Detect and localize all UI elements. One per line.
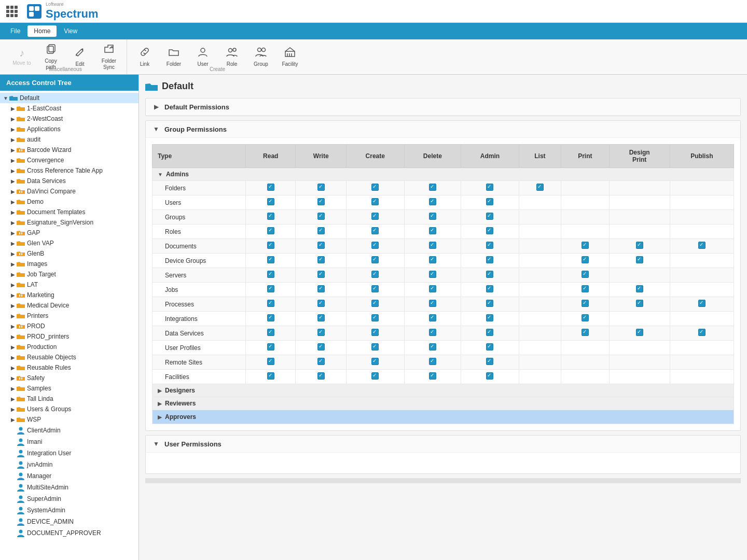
- toggle-medical-device[interactable]: ▶: [9, 302, 17, 309]
- table-row-admins-group[interactable]: ▼ Admins: [153, 168, 734, 181]
- create-group: Link Folder User Role Group: [127, 39, 308, 74]
- toggle-glen-vap[interactable]: ▶: [9, 240, 17, 247]
- default-permissions-header[interactable]: ▶ Default Permissions: [146, 99, 740, 116]
- sidebar-item-manager[interactable]: ▶ Manager: [0, 470, 139, 482]
- sidebar-item-glenb[interactable]: ▶ GlenB: [0, 248, 139, 259]
- menu-view[interactable]: View: [58, 25, 84, 37]
- toggle-reusable-rules[interactable]: ▶: [9, 364, 17, 371]
- table-row-approvers-group[interactable]: ▶ Approvers: [153, 410, 734, 424]
- toggle-job-target[interactable]: ▶: [9, 271, 17, 278]
- sidebar-item-jvnadmin[interactable]: ▶ jvnAdmin: [0, 459, 139, 470]
- toggle-samples[interactable]: ▶: [9, 385, 17, 392]
- groups-list: [519, 210, 561, 225]
- toggle-users-groups[interactable]: ▶: [9, 405, 17, 413]
- sidebar-item-users-groups[interactable]: ▶ Users & Groups: [0, 404, 139, 414]
- toggle-data-services[interactable]: ▶: [9, 177, 17, 185]
- sidebar-item-esignature[interactable]: ▶ Esignature_SignVersion: [0, 217, 139, 228]
- sidebar-item-wsp[interactable]: ▶ WSP: [0, 414, 139, 425]
- toggle-lat[interactable]: ▶: [9, 281, 17, 288]
- toggle-gap[interactable]: ▶: [9, 229, 17, 236]
- toggle-cross-ref[interactable]: ▶: [9, 167, 17, 174]
- toggle-prod[interactable]: ▶: [9, 323, 17, 330]
- rs-delete: [404, 355, 461, 370]
- toggle-doc-templates[interactable]: ▶: [9, 208, 17, 216]
- group-permissions-header[interactable]: ▼ Group Permissions: [146, 121, 740, 138]
- toggle-prod-printers[interactable]: ▶: [9, 333, 17, 340]
- folder-icon-production: [17, 344, 25, 350]
- sidebar-item-doc-approver[interactable]: ▶ DOCUMENT_APPROVER: [0, 527, 139, 539]
- toggle-production[interactable]: ▶: [9, 343, 17, 351]
- sidebar-item-prod-printers[interactable]: ▶ PROD_printers: [0, 331, 139, 342]
- sidebar-item-device-admin[interactable]: ▶ DEVICE_ADMIN: [0, 516, 139, 527]
- toggle-reusable-objects[interactable]: ▶: [9, 354, 17, 361]
- toggle-glenb[interactable]: ▶: [9, 250, 17, 257]
- toggle-printers[interactable]: ▶: [9, 312, 17, 319]
- sidebar-item-cross-ref[interactable]: ▶ Cross Reference Table App: [0, 165, 139, 176]
- sidebar-item-marketing[interactable]: ▶ Marketing: [0, 290, 139, 300]
- sidebar-item-barcode-wizard[interactable]: ▶ Barcode Wizard: [0, 145, 139, 155]
- toggle-tall-linda[interactable]: ▶: [9, 395, 17, 402]
- table-row-reviewers-group[interactable]: ▶ Reviewers: [153, 397, 734, 410]
- sidebar-item-audit[interactable]: ▶ audit: [0, 134, 139, 145]
- users-admin: [461, 195, 519, 210]
- folders-print: [561, 181, 610, 195]
- toggle-eastcoast[interactable]: ▶: [9, 105, 17, 112]
- user-permissions-chevron: ▼: [152, 440, 160, 448]
- sidebar-item-superadmin[interactable]: ▶ SuperAdmin: [0, 493, 139, 505]
- sidebar-item-davinci[interactable]: ▶ DaVinci Compare: [0, 186, 139, 197]
- sidebar-item-safety[interactable]: ▶ Safety: [0, 373, 139, 383]
- sidebar-item-multisiteadmin[interactable]: ▶ MultiSiteAdmin: [0, 482, 139, 493]
- toggle-images[interactable]: ▶: [9, 260, 17, 268]
- sidebar-item-data-services[interactable]: ▶ Data Services: [0, 176, 139, 186]
- toggle-convergence[interactable]: ▶: [9, 157, 17, 164]
- sidebar-item-production[interactable]: ▶ Production: [0, 342, 139, 352]
- toggle-safety[interactable]: ▶: [9, 374, 17, 382]
- sidebar-item-lat[interactable]: ▶ LAT: [0, 279, 139, 290]
- toggle-default[interactable]: ▼: [2, 94, 9, 102]
- toggle-demo[interactable]: ▶: [9, 198, 17, 205]
- sidebar-item-applications[interactable]: ▶ Applications: [0, 124, 139, 134]
- toggle-esignature[interactable]: ▶: [9, 219, 17, 226]
- sidebar-item-convergence[interactable]: ▶ Convergence: [0, 155, 139, 165]
- sidebar-item-systemadmin[interactable]: ▶ SystemAdmin: [0, 505, 139, 516]
- toggle-barcode-wizard[interactable]: ▶: [9, 146, 17, 153]
- sidebar-item-glen-vap[interactable]: ▶ Glen VAP: [0, 238, 139, 248]
- toggle-marketing[interactable]: ▶: [9, 291, 17, 299]
- move-to-icon: ♪: [19, 47, 24, 59]
- sidebar-item-medical-device[interactable]: ▶ Medical Device: [0, 300, 139, 311]
- sidebar-item-printers[interactable]: ▶ Printers: [0, 311, 139, 321]
- sidebar-item-westcoast[interactable]: ▶ 2-WestCoast: [0, 114, 139, 124]
- sidebar-item-integration-user[interactable]: ▶ Integration User: [0, 447, 139, 459]
- toggle-davinci[interactable]: ▶: [9, 188, 17, 195]
- sidebar-item-reusable-rules[interactable]: ▶ Reusable Rules: [0, 362, 139, 373]
- toggle-applications[interactable]: ▶: [9, 125, 17, 133]
- sidebar-item-gap[interactable]: ▶ GAP: [0, 228, 139, 238]
- table-row-designers-group[interactable]: ▶ Designers: [153, 384, 734, 397]
- user-permissions-header[interactable]: ▼ User Permissions: [146, 436, 740, 453]
- menu-file[interactable]: File: [4, 25, 26, 37]
- sidebar-item-demo[interactable]: ▶ Demo: [0, 197, 139, 207]
- rs-write: [296, 355, 346, 370]
- sidebar-item-reusable-objects[interactable]: ▶ Reusable Objects: [0, 352, 139, 362]
- sidebar-item-default[interactable]: ▼ Default: [0, 93, 139, 103]
- sidebar-item-prod[interactable]: ▶ PROD: [0, 321, 139, 331]
- menu-home[interactable]: Home: [27, 25, 57, 37]
- horizontal-scrollbar[interactable]: [145, 478, 741, 483]
- sidebar-item-images[interactable]: ▶ Images: [0, 259, 139, 269]
- toggle-westcoast[interactable]: ▶: [9, 115, 17, 122]
- toggle-audit[interactable]: ▶: [9, 136, 17, 143]
- label-multisiteadmin: MultiSiteAdmin: [27, 484, 68, 491]
- dg-list: [519, 254, 561, 268]
- label-cross-ref: Cross Reference Table App: [27, 167, 103, 174]
- table-row-servers: Servers: [153, 268, 734, 283]
- toggle-wsp[interactable]: ▶: [9, 416, 17, 423]
- sidebar-item-eastcoast[interactable]: ▶ 1-EastCoast: [0, 103, 139, 114]
- sidebar-item-doc-templates[interactable]: ▶ Document Templates: [0, 207, 139, 217]
- sidebar-item-client-admin[interactable]: ▶ ClientAdmin: [0, 425, 139, 436]
- sidebar-item-samples[interactable]: ▶ Samples: [0, 383, 139, 394]
- sidebar-item-tall-linda[interactable]: ▶ Tall Linda: [0, 394, 139, 404]
- sidebar-item-imani[interactable]: ▶ Imani: [0, 436, 139, 447]
- rs-print: [561, 355, 610, 370]
- sidebar-item-job-target[interactable]: ▶ Job Target: [0, 269, 139, 279]
- roles-admin: [461, 225, 519, 239]
